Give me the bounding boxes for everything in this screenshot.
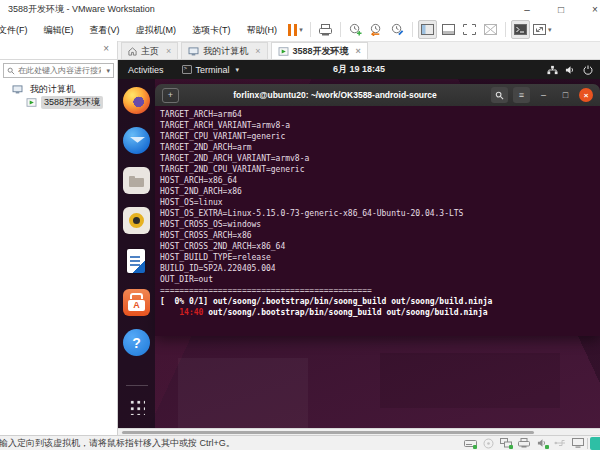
library-search-box[interactable]: ▾ [3,63,114,78]
show-thumbnail-bar-button[interactable] [439,20,458,39]
pause-vm-button[interactable]: ▾ [286,20,305,39]
usb-status-icon[interactable] [553,437,567,449]
terminal-menu-button[interactable]: ≡ [513,87,530,103]
pause-caret-icon[interactable]: ▾ [299,26,303,34]
close-tab-icon[interactable]: × [356,46,361,56]
terminal-maximize-button[interactable]: □ [557,87,574,103]
cdrom-status-icon[interactable] [481,437,495,449]
terminal-output[interactable]: TARGET_ARCH=arm64TARGET_ARCH_VARIANT=arm… [155,106,600,336]
fit-guest-button[interactable]: ▾ [532,20,553,39]
terminal-line: TARGET_2ND_CPU_VARIANT=generic [160,164,600,175]
unity-mode-button[interactable] [481,20,500,39]
printer-status-icon[interactable] [517,437,531,449]
ubuntu-software-glyph: A [128,300,145,311]
tab-my-computer[interactable]: 我的计算机× [181,42,267,59]
revert-snapshot-icon [370,23,383,36]
search-caret-icon[interactable]: ▾ [106,67,110,75]
terminal-line: HOST_ARCH=x86_64 [160,175,600,186]
send-ctrl-alt-del-button[interactable] [316,20,335,39]
help-dock-icon[interactable]: ? [123,329,150,356]
take-snapshot-icon [349,23,362,36]
menu-item[interactable]: 虚拟机(M) [128,19,185,41]
power-icon [583,65,593,75]
tab-label: 我的计算机 [203,45,248,58]
vmware-tray-corner[interactable] [590,437,600,450]
unity-mode-icon [484,24,497,35]
app-grid-button[interactable] [122,392,151,421]
minimize-window-button[interactable]: – [510,2,544,17]
vm-display[interactable]: Activities Terminal ▾ 6月 19 18:45 A? [118,60,600,428]
close-library-icon[interactable]: × [103,43,109,54]
toolbar-divider [505,22,506,37]
close-tab-icon[interactable]: × [255,46,260,56]
menu-item[interactable]: 帮助(H) [239,19,286,41]
show-library-button[interactable] [418,20,437,39]
menu-item[interactable]: 文件(F) [0,19,36,41]
menu-item[interactable]: 编辑(E) [36,19,82,41]
tab-home[interactable]: 主页× [121,42,178,59]
menu-toolbar: 文件(F)编辑(E)查看(V)虚拟机(M)选项卡(T)帮助(H) ▾ [0,18,600,42]
titlebar[interactable]: 3588开发环境 - VMware Workstation – □ × [0,0,600,18]
fullscreen-button[interactable] [460,20,479,39]
hdd-status-icon[interactable] [463,437,477,449]
monitor-icon [188,47,199,56]
window-title: 3588开发环境 - VMware Workstation [0,3,155,16]
terminal-line: TARGET_ARCH=arm64 [160,109,600,120]
tree-item-label: 我的计算机 [27,83,78,96]
terminal-header[interactable]: + forlinx@ubuntu20: ~/work/OK3588-androi… [155,84,600,106]
libreoffice-writer-dock-icon[interactable] [122,247,151,276]
app-menu-button[interactable]: Terminal ▾ [174,65,248,75]
wallpaper-tile [178,358,308,428]
horizontal-scrollbar[interactable] [118,428,600,435]
new-tab-button[interactable]: + [162,88,179,103]
toolbar-divider [340,22,341,37]
take-snapshot-button[interactable] [346,20,365,39]
network-status-icon[interactable] [499,437,513,449]
activities-button[interactable]: Activities [118,65,174,75]
library-search-input[interactable] [18,66,101,75]
library-panel-icon [421,24,434,35]
wallpaper-tile [380,353,560,408]
monitor-icon [12,85,23,94]
terminal-line: TARGET_CPU_VARIANT=generic [160,131,600,142]
tab-vm-active[interactable]: 3588开发环境× [271,42,368,59]
fit-guest-caret-icon[interactable]: ▾ [548,26,552,34]
terminal-line: BUILD_ID=SP2A.220405.004 [160,263,600,274]
close-tab-icon[interactable]: × [166,46,171,56]
volume-icon [565,65,576,75]
snapshot-manager-button[interactable] [388,20,407,39]
maximize-window-button[interactable]: □ [544,2,578,17]
home-icon [128,47,137,56]
clock[interactable]: 6月 19 18:45 [333,63,385,76]
menu-item[interactable]: 查看(V) [82,19,128,41]
fit-guest-icon [533,24,546,35]
thunderbird-dock-icon[interactable] [123,127,150,154]
files-dock-icon[interactable] [123,167,150,194]
menu-item[interactable]: 选项卡(T) [184,19,239,41]
display-status-icon[interactable] [571,437,585,449]
tab-label: 3588开发环境 [293,45,349,58]
revert-snapshot-button[interactable] [367,20,386,39]
menubar: 文件(F)编辑(E)查看(V)虚拟机(M)选项卡(T)帮助(H) [0,19,285,41]
tree-item-my-computer[interactable]: 我的计算机 [0,83,117,96]
firefox-dock-icon[interactable] [123,87,150,114]
sound-status-icon[interactable] [535,437,549,449]
help-glyph: ? [132,335,141,351]
terminal-line: TARGET_2ND_ARCH_VARIANT=armv8-a [160,153,600,164]
ubuntu-dock: A? [118,79,155,428]
ubuntu-software-dock-icon[interactable]: A [123,289,150,316]
terminal-minimize-button[interactable]: – [535,87,552,103]
system-status-area[interactable] [547,65,593,75]
scrollbar-thumb[interactable] [122,431,534,434]
close-window-button[interactable]: × [578,2,600,17]
vmware-workstation-window: 3588开发环境 - VMware Workstation – □ × 文件(F… [0,0,600,450]
terminal-search-button[interactable] [491,87,508,103]
rhythmbox-dock-icon[interactable] [123,207,150,234]
terminal-close-button[interactable]: × [579,88,593,102]
ctrl-alt-del-icon [319,24,332,36]
console-view-button[interactable] [511,20,530,39]
tree-item-vm[interactable]: 3588开发环境 [0,96,117,109]
search-icon [7,67,15,75]
app-menu-caret-icon: ▾ [236,66,240,74]
dock-divider [126,385,148,386]
